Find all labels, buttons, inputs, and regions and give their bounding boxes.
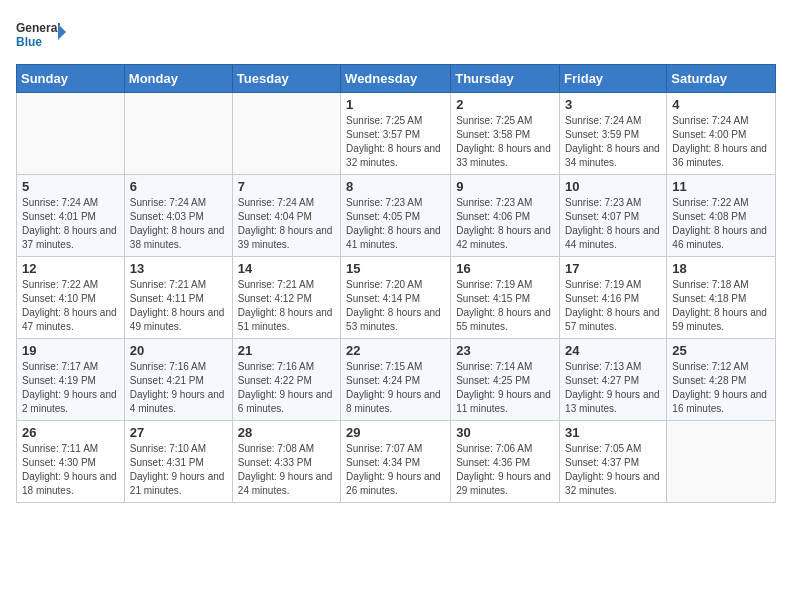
day-cell: 5Sunrise: 7:24 AMSunset: 4:01 PMDaylight… bbox=[17, 175, 125, 257]
day-number: 18 bbox=[672, 261, 770, 276]
day-header-tuesday: Tuesday bbox=[232, 65, 340, 93]
day-info: Sunrise: 7:25 AMSunset: 3:58 PMDaylight:… bbox=[456, 114, 554, 170]
day-info: Sunrise: 7:24 AMSunset: 4:04 PMDaylight:… bbox=[238, 196, 335, 252]
day-cell: 12Sunrise: 7:22 AMSunset: 4:10 PMDayligh… bbox=[17, 257, 125, 339]
day-info: Sunrise: 7:23 AMSunset: 4:05 PMDaylight:… bbox=[346, 196, 445, 252]
day-number: 25 bbox=[672, 343, 770, 358]
day-header-saturday: Saturday bbox=[667, 65, 776, 93]
day-info: Sunrise: 7:07 AMSunset: 4:34 PMDaylight:… bbox=[346, 442, 445, 498]
day-info: Sunrise: 7:16 AMSunset: 4:21 PMDaylight:… bbox=[130, 360, 227, 416]
day-cell: 24Sunrise: 7:13 AMSunset: 4:27 PMDayligh… bbox=[560, 339, 667, 421]
day-cell: 23Sunrise: 7:14 AMSunset: 4:25 PMDayligh… bbox=[451, 339, 560, 421]
day-cell: 26Sunrise: 7:11 AMSunset: 4:30 PMDayligh… bbox=[17, 421, 125, 503]
day-cell: 14Sunrise: 7:21 AMSunset: 4:12 PMDayligh… bbox=[232, 257, 340, 339]
day-number: 3 bbox=[565, 97, 661, 112]
week-row-2: 5Sunrise: 7:24 AMSunset: 4:01 PMDaylight… bbox=[17, 175, 776, 257]
day-info: Sunrise: 7:19 AMSunset: 4:15 PMDaylight:… bbox=[456, 278, 554, 334]
day-cell: 17Sunrise: 7:19 AMSunset: 4:16 PMDayligh… bbox=[560, 257, 667, 339]
day-number: 29 bbox=[346, 425, 445, 440]
day-cell: 18Sunrise: 7:18 AMSunset: 4:18 PMDayligh… bbox=[667, 257, 776, 339]
day-number: 2 bbox=[456, 97, 554, 112]
day-number: 4 bbox=[672, 97, 770, 112]
day-header-friday: Friday bbox=[560, 65, 667, 93]
day-header-row: SundayMondayTuesdayWednesdayThursdayFrid… bbox=[17, 65, 776, 93]
day-cell: 9Sunrise: 7:23 AMSunset: 4:06 PMDaylight… bbox=[451, 175, 560, 257]
day-cell: 27Sunrise: 7:10 AMSunset: 4:31 PMDayligh… bbox=[124, 421, 232, 503]
day-cell: 1Sunrise: 7:25 AMSunset: 3:57 PMDaylight… bbox=[341, 93, 451, 175]
day-cell: 30Sunrise: 7:06 AMSunset: 4:36 PMDayligh… bbox=[451, 421, 560, 503]
day-header-wednesday: Wednesday bbox=[341, 65, 451, 93]
day-number: 14 bbox=[238, 261, 335, 276]
day-number: 27 bbox=[130, 425, 227, 440]
day-number: 7 bbox=[238, 179, 335, 194]
svg-text:Blue: Blue bbox=[16, 35, 42, 49]
day-info: Sunrise: 7:25 AMSunset: 3:57 PMDaylight:… bbox=[346, 114, 445, 170]
day-number: 11 bbox=[672, 179, 770, 194]
svg-text:General: General bbox=[16, 21, 61, 35]
week-row-1: 1Sunrise: 7:25 AMSunset: 3:57 PMDaylight… bbox=[17, 93, 776, 175]
day-number: 12 bbox=[22, 261, 119, 276]
page: General Blue SundayMondayTuesdayWednesda… bbox=[0, 0, 792, 519]
day-number: 24 bbox=[565, 343, 661, 358]
day-info: Sunrise: 7:18 AMSunset: 4:18 PMDaylight:… bbox=[672, 278, 770, 334]
week-row-3: 12Sunrise: 7:22 AMSunset: 4:10 PMDayligh… bbox=[17, 257, 776, 339]
day-info: Sunrise: 7:19 AMSunset: 4:16 PMDaylight:… bbox=[565, 278, 661, 334]
day-info: Sunrise: 7:14 AMSunset: 4:25 PMDaylight:… bbox=[456, 360, 554, 416]
day-header-sunday: Sunday bbox=[17, 65, 125, 93]
day-number: 21 bbox=[238, 343, 335, 358]
day-info: Sunrise: 7:22 AMSunset: 4:08 PMDaylight:… bbox=[672, 196, 770, 252]
day-cell bbox=[124, 93, 232, 175]
day-info: Sunrise: 7:24 AMSunset: 3:59 PMDaylight:… bbox=[565, 114, 661, 170]
day-cell: 4Sunrise: 7:24 AMSunset: 4:00 PMDaylight… bbox=[667, 93, 776, 175]
day-number: 26 bbox=[22, 425, 119, 440]
day-info: Sunrise: 7:13 AMSunset: 4:27 PMDaylight:… bbox=[565, 360, 661, 416]
day-cell: 20Sunrise: 7:16 AMSunset: 4:21 PMDayligh… bbox=[124, 339, 232, 421]
day-info: Sunrise: 7:22 AMSunset: 4:10 PMDaylight:… bbox=[22, 278, 119, 334]
day-cell: 11Sunrise: 7:22 AMSunset: 4:08 PMDayligh… bbox=[667, 175, 776, 257]
logo-graphic: General Blue bbox=[16, 16, 66, 56]
day-header-monday: Monday bbox=[124, 65, 232, 93]
day-number: 22 bbox=[346, 343, 445, 358]
day-cell: 8Sunrise: 7:23 AMSunset: 4:05 PMDaylight… bbox=[341, 175, 451, 257]
day-cell: 21Sunrise: 7:16 AMSunset: 4:22 PMDayligh… bbox=[232, 339, 340, 421]
day-info: Sunrise: 7:12 AMSunset: 4:28 PMDaylight:… bbox=[672, 360, 770, 416]
day-cell: 31Sunrise: 7:05 AMSunset: 4:37 PMDayligh… bbox=[560, 421, 667, 503]
day-cell: 19Sunrise: 7:17 AMSunset: 4:19 PMDayligh… bbox=[17, 339, 125, 421]
day-info: Sunrise: 7:11 AMSunset: 4:30 PMDaylight:… bbox=[22, 442, 119, 498]
day-number: 5 bbox=[22, 179, 119, 194]
day-number: 20 bbox=[130, 343, 227, 358]
day-cell: 6Sunrise: 7:24 AMSunset: 4:03 PMDaylight… bbox=[124, 175, 232, 257]
day-info: Sunrise: 7:24 AMSunset: 4:00 PMDaylight:… bbox=[672, 114, 770, 170]
day-info: Sunrise: 7:15 AMSunset: 4:24 PMDaylight:… bbox=[346, 360, 445, 416]
day-cell: 13Sunrise: 7:21 AMSunset: 4:11 PMDayligh… bbox=[124, 257, 232, 339]
day-number: 17 bbox=[565, 261, 661, 276]
day-number: 16 bbox=[456, 261, 554, 276]
day-info: Sunrise: 7:23 AMSunset: 4:06 PMDaylight:… bbox=[456, 196, 554, 252]
day-number: 23 bbox=[456, 343, 554, 358]
day-info: Sunrise: 7:23 AMSunset: 4:07 PMDaylight:… bbox=[565, 196, 661, 252]
day-number: 10 bbox=[565, 179, 661, 194]
day-cell: 3Sunrise: 7:24 AMSunset: 3:59 PMDaylight… bbox=[560, 93, 667, 175]
week-row-5: 26Sunrise: 7:11 AMSunset: 4:30 PMDayligh… bbox=[17, 421, 776, 503]
day-header-thursday: Thursday bbox=[451, 65, 560, 93]
day-cell: 29Sunrise: 7:07 AMSunset: 4:34 PMDayligh… bbox=[341, 421, 451, 503]
day-info: Sunrise: 7:08 AMSunset: 4:33 PMDaylight:… bbox=[238, 442, 335, 498]
day-number: 13 bbox=[130, 261, 227, 276]
logo: General Blue bbox=[16, 16, 66, 56]
day-info: Sunrise: 7:24 AMSunset: 4:03 PMDaylight:… bbox=[130, 196, 227, 252]
day-info: Sunrise: 7:21 AMSunset: 4:11 PMDaylight:… bbox=[130, 278, 227, 334]
day-cell: 10Sunrise: 7:23 AMSunset: 4:07 PMDayligh… bbox=[560, 175, 667, 257]
day-info: Sunrise: 7:06 AMSunset: 4:36 PMDaylight:… bbox=[456, 442, 554, 498]
day-number: 6 bbox=[130, 179, 227, 194]
day-cell: 15Sunrise: 7:20 AMSunset: 4:14 PMDayligh… bbox=[341, 257, 451, 339]
day-cell bbox=[232, 93, 340, 175]
day-info: Sunrise: 7:24 AMSunset: 4:01 PMDaylight:… bbox=[22, 196, 119, 252]
day-number: 8 bbox=[346, 179, 445, 194]
day-cell: 7Sunrise: 7:24 AMSunset: 4:04 PMDaylight… bbox=[232, 175, 340, 257]
day-info: Sunrise: 7:21 AMSunset: 4:12 PMDaylight:… bbox=[238, 278, 335, 334]
svg-marker-2 bbox=[58, 24, 66, 40]
day-cell: 28Sunrise: 7:08 AMSunset: 4:33 PMDayligh… bbox=[232, 421, 340, 503]
day-info: Sunrise: 7:17 AMSunset: 4:19 PMDaylight:… bbox=[22, 360, 119, 416]
day-cell bbox=[667, 421, 776, 503]
day-number: 1 bbox=[346, 97, 445, 112]
